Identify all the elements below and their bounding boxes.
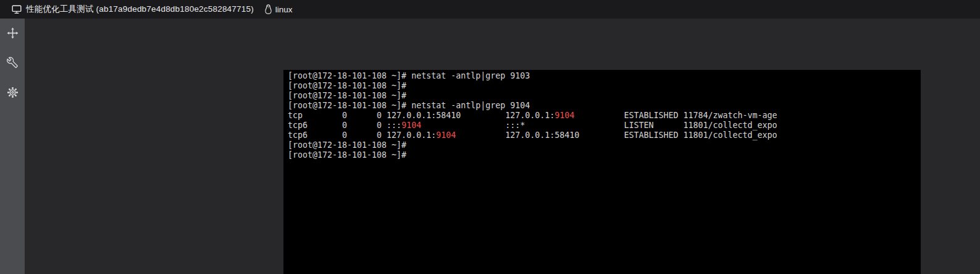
page-title: 性能优化工具测试 (ab17a9dedb7e4d8db180e2c5828477… — [26, 4, 254, 15]
os-label: linux — [275, 5, 293, 14]
tools-button[interactable] — [6, 57, 19, 68]
gear-icon — [7, 87, 19, 98]
settings-button[interactable] — [6, 87, 19, 98]
terminal-line: tcp 0 0 127.0.0.1:58410 127.0.0.1:9104 E… — [288, 111, 921, 121]
os-badge: linux — [264, 4, 293, 14]
terminal-line: [root@172-18-101-108 ~]# — [288, 150, 921, 160]
console-window: 性能优化工具测试 (ab17a9dedb7e4d8db180e2c5828477… — [0, 0, 980, 274]
move-arrows-icon — [7, 27, 19, 39]
console-main-area: [root@172-18-101-108 ~]# netstat -antlp|… — [25, 19, 980, 274]
titlebar: 性能优化工具测试 (ab17a9dedb7e4d8db180e2c5828477… — [0, 0, 980, 19]
move-tool-button[interactable] — [6, 27, 19, 38]
terminal-output: [root@172-18-101-108 ~]# netstat -antlp|… — [288, 71, 921, 160]
terminal-line: [root@172-18-101-108 ~]# — [288, 140, 921, 150]
monitor-icon — [12, 5, 22, 14]
terminal-line: tcp6 0 0 127.0.0.1:9104 127.0.0.1:58410 … — [288, 131, 921, 140]
terminal-line: tcp6 0 0 :::9104 :::* LISTEN 11801/colle… — [288, 121, 921, 131]
terminal-line: [root@172-18-101-108 ~]# — [288, 81, 921, 91]
terminal-line: [root@172-18-101-108 ~]# netstat -antlp|… — [288, 101, 921, 111]
terminal-line: [root@172-18-101-108 ~]# netstat -antlp|… — [288, 71, 921, 81]
wrench-icon — [7, 57, 18, 68]
terminal-line: [root@172-18-101-108 ~]# — [288, 91, 921, 101]
terminal-screen[interactable]: [root@172-18-101-108 ~]# netstat -antlp|… — [283, 70, 921, 274]
linux-penguin-icon — [264, 4, 272, 14]
sidebar-toolbar — [0, 19, 25, 274]
